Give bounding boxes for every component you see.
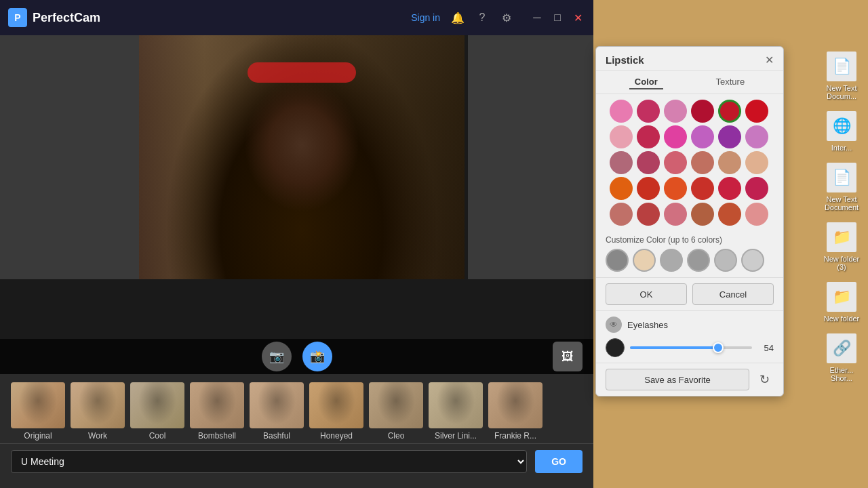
color-swatch[interactable] <box>610 151 633 174</box>
custom-swatch[interactable] <box>633 249 656 272</box>
panel-buttons: OK Cancel <box>596 277 783 310</box>
color-swatch[interactable] <box>745 100 768 123</box>
color-swatch[interactable] <box>745 203 768 226</box>
color-swatch-selected[interactable] <box>718 100 741 123</box>
customize-section: Customize Color (up to 6 colors) <box>596 231 783 277</box>
desktop-icon-label: New Text Docum... <box>821 84 863 100</box>
eyelashes-slider[interactable] <box>630 346 752 349</box>
color-swatch[interactable] <box>664 177 687 200</box>
sign-in-button[interactable]: Sign in <box>411 12 440 23</box>
title-bar-right: Sign in 🔔 ? ⚙ ─ □ ✕ <box>411 10 585 25</box>
minimize-button[interactable]: ─ <box>530 10 545 25</box>
photo-button[interactable]: 📸 <box>302 342 332 371</box>
save-favorite-button[interactable]: Save as Favorite <box>606 369 749 390</box>
preset-thumb-bashful <box>250 382 304 428</box>
notification-icon[interactable]: 🔔 <box>451 12 465 24</box>
custom-swatch[interactable] <box>606 249 629 272</box>
color-swatch[interactable] <box>691 125 714 148</box>
controls-bar: 📷 📸 🖼 <box>0 339 593 374</box>
settings-icon[interactable]: ⚙ <box>500 12 513 24</box>
camera-button[interactable]: 📷 <box>262 342 292 371</box>
color-swatch[interactable] <box>691 177 714 200</box>
color-grid <box>596 94 783 231</box>
eyelashes-value: 54 <box>757 343 774 353</box>
list-item[interactable]: 📁 New folder (3) <box>821 222 863 271</box>
list-item[interactable]: 📁 New folder <box>821 282 863 323</box>
color-swatch[interactable] <box>718 177 741 200</box>
desktop-icon-label: Inter... <box>831 144 852 152</box>
custom-swatch[interactable] <box>714 249 737 272</box>
list-item[interactable]: Cool <box>130 382 184 441</box>
custom-swatch[interactable] <box>687 249 710 272</box>
tab-color[interactable]: Color <box>629 75 663 89</box>
color-swatch[interactable] <box>610 125 633 148</box>
list-item[interactable]: Cleo <box>369 382 423 441</box>
panel-close-button[interactable]: ✕ <box>765 54 774 66</box>
list-item[interactable]: Original <box>11 382 65 441</box>
color-swatch[interactable] <box>610 100 633 123</box>
list-item[interactable]: 🌐 Inter... <box>821 111 863 152</box>
app-logo-icon: P <box>8 8 27 27</box>
desktop-icon-label: New folder <box>824 314 860 323</box>
color-swatch[interactable] <box>664 100 687 123</box>
color-swatch[interactable] <box>691 151 714 174</box>
preset-thumb-original <box>11 382 65 428</box>
preset-thumb-honeyed <box>309 382 363 428</box>
refresh-icon[interactable]: ↻ <box>755 370 774 389</box>
color-swatch[interactable] <box>745 177 768 200</box>
meeting-select[interactable]: U Meeting Zoom Teams Skype <box>11 450 527 473</box>
list-item[interactable]: Silver Lini... <box>429 382 483 441</box>
color-swatch[interactable] <box>637 125 660 148</box>
bottom-bar: U Meeting Zoom Teams Skype GO <box>0 443 593 479</box>
list-item[interactable]: Bombshell <box>190 382 244 441</box>
color-swatch[interactable] <box>745 151 768 174</box>
color-swatch[interactable] <box>610 177 633 200</box>
color-swatch[interactable] <box>718 203 741 226</box>
list-item[interactable]: 🔗 Ether... Shor... <box>821 333 863 382</box>
color-swatch[interactable] <box>637 203 660 226</box>
preset-thumb-cleo <box>369 382 423 428</box>
color-swatch[interactable] <box>691 203 714 226</box>
save-favorite-section: Save as Favorite ↻ <box>596 363 783 396</box>
close-button[interactable]: ✕ <box>570 10 585 25</box>
color-swatch[interactable] <box>610 203 633 226</box>
maximize-button[interactable]: □ <box>550 10 565 25</box>
color-swatch[interactable] <box>718 125 741 148</box>
eyelashes-color-swatch[interactable] <box>606 338 625 357</box>
preset-label: Bashful <box>263 431 290 441</box>
color-swatch[interactable] <box>745 125 768 148</box>
go-button[interactable]: GO <box>535 450 583 473</box>
custom-swatches <box>606 249 774 272</box>
desktop-icon-label: New folder (3) <box>821 255 863 271</box>
color-swatch[interactable] <box>664 151 687 174</box>
color-swatch[interactable] <box>637 100 660 123</box>
color-swatch[interactable] <box>664 125 687 148</box>
preset-thumb-cool <box>130 382 184 428</box>
desktop-icon-label: Ether... Shor... <box>821 366 863 382</box>
list-item[interactable]: 📄 New Text Docum... <box>821 52 863 100</box>
cancel-button[interactable]: Cancel <box>692 283 774 305</box>
custom-swatch[interactable] <box>660 249 683 272</box>
list-item[interactable]: Honeyed <box>309 382 363 441</box>
list-item[interactable]: Bashful <box>250 382 304 441</box>
lipstick-panel: Lipstick ✕ Color Texture <box>595 46 784 396</box>
color-swatch[interactable] <box>664 203 687 226</box>
color-swatch[interactable] <box>637 151 660 174</box>
color-swatch[interactable] <box>691 100 714 123</box>
document-icon: 📄 <box>827 52 856 81</box>
custom-swatch[interactable] <box>741 249 764 272</box>
color-swatch[interactable] <box>718 151 741 174</box>
screenshot-button[interactable]: 🖼 <box>553 342 583 371</box>
panel-title: Lipstick <box>606 54 644 66</box>
preset-thumb-frankier <box>488 382 542 428</box>
list-item[interactable]: 📄 New Text Document <box>821 163 863 211</box>
help-icon[interactable]: ? <box>475 12 489 24</box>
eyelashes-toggle[interactable]: 👁 <box>606 317 622 333</box>
ok-button[interactable]: OK <box>606 283 687 305</box>
list-item[interactable]: Work <box>71 382 125 441</box>
internet-icon: 🌐 <box>827 111 856 141</box>
list-item[interactable]: Frankie R... <box>488 382 542 441</box>
tab-texture[interactable]: Texture <box>711 75 751 89</box>
color-swatch[interactable] <box>637 177 660 200</box>
app-window: P PerfectCam Sign in 🔔 ? ⚙ ─ □ ✕ 📷 <box>0 0 593 488</box>
